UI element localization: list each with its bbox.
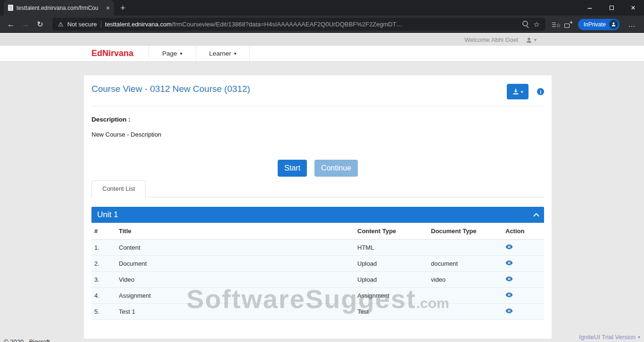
description-text: New Course - Description <box>91 131 544 138</box>
cell-num: 5. <box>91 304 116 320</box>
trial-version-badge[interactable]: IgniteUI Trial Version ▾ <box>579 334 640 341</box>
info-icon[interactable]: i <box>537 88 544 95</box>
copyright-text: © 2020 - Bigcroft <box>4 338 50 342</box>
address-bar[interactable]: ⚠ Not secure testtalent.ednirvana.com/fr… <box>52 18 545 31</box>
unit-panel: Unit 1 # Title Content Type Document Typ… <box>91 207 544 320</box>
welcome-text: Welcome Abhi Goel <box>464 36 518 43</box>
chevron-down-icon: ▾ <box>521 90 523 94</box>
unit-title: Unit 1 <box>97 210 118 220</box>
cell-content-type: Upload <box>355 256 428 272</box>
table-row: 4. Assignment Assignment <box>91 288 544 304</box>
chevron-down-icon: ▾ <box>180 51 182 56</box>
browser-tab[interactable]: testtalent.ednirvana.com/frmCou × <box>4 0 114 16</box>
view-icon[interactable] <box>505 292 513 298</box>
nav-page-label: Page <box>162 50 177 57</box>
chevron-up-icon[interactable] <box>533 213 539 219</box>
course-view-card: Course View - 0312 New Course (0312) ▾ i… <box>84 75 552 339</box>
nav-learner-dropdown[interactable]: Learner ▾ <box>196 46 250 61</box>
cell-content-type: Test <box>355 304 428 320</box>
divider <box>91 106 544 106</box>
nav-page-dropdown[interactable]: Page ▾ <box>149 46 196 61</box>
person-icon <box>611 22 616 27</box>
table-row: 5. Test 1 Test <box>91 304 544 320</box>
chevron-down-icon: ▾ <box>534 37 537 42</box>
chevron-down-icon: ▾ <box>234 51 236 56</box>
browser-toolbar: ← → ↻ ⚠ Not secure testtalent.ednirvana.… <box>0 16 644 33</box>
table-row: 1. Content HTML <box>91 240 544 256</box>
unit-header[interactable]: Unit 1 <box>91 207 544 223</box>
nav-learner-label: Learner <box>209 50 231 57</box>
cell-document-type: document <box>428 256 503 272</box>
brand-logo[interactable]: EdNirvana <box>91 46 149 61</box>
column-header: Document Type <box>428 223 503 240</box>
inprivate-badge[interactable]: InPrivate <box>578 19 619 30</box>
page-body: Welcome Abhi Goel ▾ EdNirvana Page ▾ Lea… <box>0 33 644 342</box>
favorite-star-icon[interactable]: ☆ <box>533 20 539 29</box>
column-header: Content Type <box>355 223 428 240</box>
user-icon <box>526 37 532 43</box>
maximize-button[interactable] <box>601 0 622 16</box>
cell-title: Assignment <box>116 288 355 304</box>
warning-icon: ⚠ <box>58 21 64 28</box>
new-tab-button[interactable]: + <box>114 3 132 13</box>
column-header: Action <box>503 223 544 240</box>
forward-button[interactable]: → <box>19 20 32 29</box>
chevron-down-icon: ▾ <box>638 334 640 340</box>
page-title: Course View - 0312 New Course (0312) <box>91 84 250 94</box>
view-icon[interactable] <box>505 276 513 282</box>
cell-num: 3. <box>91 272 116 288</box>
browser-titlebar: testtalent.ednirvana.com/frmCou × + – × <box>0 0 644 16</box>
inprivate-label: InPrivate <box>584 21 606 28</box>
zoom-icon[interactable] <box>522 21 529 28</box>
cell-content-type: Assignment <box>355 288 428 304</box>
continue-button[interactable]: Continue <box>314 160 358 177</box>
column-header: # <box>91 223 116 240</box>
tab-content-list[interactable]: Content List <box>91 180 146 197</box>
cell-title: Content <box>116 240 355 256</box>
view-icon[interactable] <box>505 244 513 250</box>
tab-title: testtalent.ednirvana.com/frmCou <box>17 5 103 11</box>
refresh-button[interactable]: ↻ <box>34 20 46 29</box>
content-table: # Title Content Type Document Type Actio… <box>91 223 544 320</box>
user-menu[interactable]: ▾ <box>526 37 537 43</box>
cell-document-type <box>428 288 503 304</box>
app-navbar: EdNirvana Page ▾ Learner ▾ <box>0 46 644 62</box>
url-path: /frmCourseview/Edit/13868?data=H4sIAAAAA… <box>172 21 403 28</box>
cell-document-type <box>428 240 503 256</box>
download-icon <box>512 89 519 95</box>
download-button[interactable]: ▾ <box>507 84 528 99</box>
favorites-bar-icon[interactable]: ☆ <box>552 20 561 29</box>
maximize-icon <box>610 6 614 10</box>
cell-content-type: HTML <box>355 240 428 256</box>
trial-version-text: IgniteUI Trial Version <box>579 334 636 341</box>
cell-num: 2. <box>91 256 116 272</box>
window-close-button[interactable]: × <box>622 0 644 16</box>
description-label: Description : <box>91 116 544 123</box>
tab-bar: Content List <box>91 180 544 197</box>
cell-document-type <box>428 304 503 320</box>
tab-close-icon[interactable]: × <box>106 4 110 12</box>
not-secure-label[interactable]: Not secure <box>67 21 97 28</box>
table-row: 2. Document Upload document <box>91 256 544 272</box>
cell-num: 1. <box>91 240 116 256</box>
tab-favicon-icon <box>8 5 13 11</box>
view-icon[interactable] <box>505 308 513 314</box>
cell-document-type: video <box>428 272 503 288</box>
action-buttons: Start Continue <box>91 160 544 177</box>
table-row: 3. Video Upload video <box>91 272 544 288</box>
collections-icon[interactable]: + <box>563 20 573 29</box>
cell-title: Video <box>116 272 355 288</box>
minimize-button[interactable]: – <box>579 0 601 16</box>
header-actions: ▾ i <box>507 84 544 99</box>
start-button[interactable]: Start <box>278 160 307 177</box>
cell-content-type: Upload <box>355 272 428 288</box>
view-icon[interactable] <box>505 260 513 266</box>
back-button[interactable]: ← <box>5 20 17 29</box>
table-header-row: # Title Content Type Document Type Actio… <box>91 223 544 240</box>
cell-title: Document <box>116 256 355 272</box>
url-host: testtalent.ednirvana.com <box>105 21 172 28</box>
url-text[interactable]: testtalent.ednirvana.com/frmCourseview/E… <box>105 21 519 28</box>
cell-num: 4. <box>91 288 116 304</box>
profile-avatar-icon[interactable] <box>609 20 618 29</box>
more-menu-button[interactable]: … <box>625 20 639 29</box>
